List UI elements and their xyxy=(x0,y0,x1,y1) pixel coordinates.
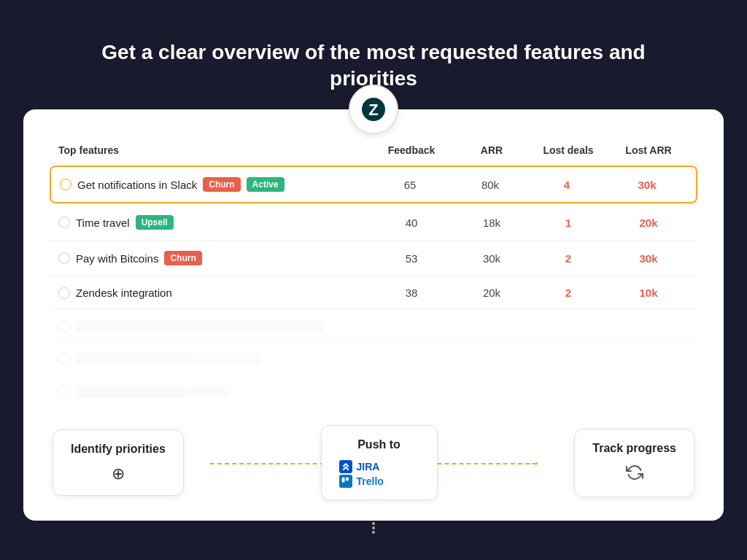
lost-deals-value: 1 xyxy=(528,217,608,229)
col-header-features: Top features xyxy=(58,144,368,156)
logo-dots xyxy=(372,522,375,534)
svg-rect-2 xyxy=(346,478,349,481)
feedback-value: 65 xyxy=(366,179,454,191)
arr-value: 80k xyxy=(454,179,527,191)
feature-cell: Pay with Bitcoins Churn xyxy=(58,251,368,265)
row-checkbox xyxy=(58,386,70,397)
feedback-value: 40 xyxy=(368,217,455,229)
feature-name: Time travel xyxy=(76,217,130,229)
lost-deals-value: 2 xyxy=(528,252,608,265)
skeleton-row xyxy=(50,310,697,343)
col-header-lost-deals: Lost deals xyxy=(528,144,608,156)
main-card: Z Top features Feedback ARR Lost deals L… xyxy=(23,109,724,521)
badge-churn: Churn xyxy=(164,251,201,265)
features-table: Top features Feedback ARR Lost deals Los… xyxy=(50,144,697,408)
row-checkbox[interactable] xyxy=(58,252,70,264)
page-container: Get a clear overview of the most request… xyxy=(23,39,724,521)
row-checkbox xyxy=(58,353,70,365)
table-row[interactable]: Pay with Bitcoins Churn 53 30k 2 30k xyxy=(50,241,697,276)
row-checkbox[interactable] xyxy=(60,179,71,190)
trello-label: Trello xyxy=(357,475,384,487)
actions-row: → Identify priorities ⊕ Push to JIRA xyxy=(50,425,697,500)
arrow-icon: → xyxy=(527,455,541,470)
arr-value: 20k xyxy=(455,287,528,299)
feature-name: Pay with Bitcoins xyxy=(76,252,158,265)
row-checkbox[interactable] xyxy=(58,217,70,228)
skeleton-row xyxy=(50,343,697,376)
arr-value: 30k xyxy=(455,252,528,265)
col-header-lost-arr: Lost ARR xyxy=(608,144,689,156)
trello-icon xyxy=(339,475,352,488)
lost-deals-value: 4 xyxy=(527,179,607,191)
col-header-arr: ARR xyxy=(455,144,528,156)
jira-label: JIRA xyxy=(357,461,380,472)
jira-icon xyxy=(339,460,352,473)
push-title: Push to xyxy=(339,438,419,453)
feature-cell: Time travel Upsell xyxy=(58,215,368,230)
jira-logo-row: JIRA xyxy=(339,460,380,473)
lost-arr-value: 10k xyxy=(608,287,689,299)
refresh-icon xyxy=(592,464,676,485)
feature-cell: Get notifications in Slack Churn Active xyxy=(60,177,366,192)
zendesk-logo: Z xyxy=(349,85,398,134)
table-header: Top features Feedback ARR Lost deals Los… xyxy=(50,144,697,164)
skeleton-bar xyxy=(76,386,231,397)
trello-logo-row: Trello xyxy=(339,475,384,488)
svg-text:Z: Z xyxy=(368,101,378,119)
feedback-value: 38 xyxy=(368,287,455,299)
push-logos: JIRA Trello xyxy=(339,460,419,488)
skeleton-bar xyxy=(76,320,323,332)
lost-arr-value: 20k xyxy=(608,217,689,229)
feature-cell: Zendesk integration xyxy=(58,287,368,299)
skeleton-row xyxy=(50,376,697,408)
track-title: Track progress xyxy=(592,441,676,456)
table-row[interactable]: Get notifications in Slack Churn Active … xyxy=(50,166,697,203)
feedback-value: 53 xyxy=(368,252,455,265)
lost-arr-value: 30k xyxy=(607,179,687,191)
row-checkbox[interactable] xyxy=(58,287,70,299)
badge-upsell: Upsell xyxy=(136,215,174,230)
target-icon: ⊕ xyxy=(71,464,166,483)
lost-deals-value: 2 xyxy=(528,287,608,299)
feature-name: Get notifications in Slack xyxy=(77,179,197,191)
table-row[interactable]: Zendesk integration 38 20k 2 10k xyxy=(50,276,697,310)
badge-churn: Churn xyxy=(203,177,240,192)
feature-name: Zendesk integration xyxy=(76,287,172,299)
identify-priorities-button[interactable]: Identify priorities ⊕ xyxy=(53,429,184,496)
row-checkbox xyxy=(58,320,70,332)
table-row[interactable]: Time travel Upsell 40 18k 1 20k xyxy=(50,205,697,241)
push-to-button[interactable]: Push to JIRA xyxy=(321,425,438,500)
arr-value: 18k xyxy=(455,217,528,229)
badge-active: Active xyxy=(247,177,285,192)
col-header-feedback: Feedback xyxy=(368,144,455,156)
identify-title: Identify priorities xyxy=(71,442,166,457)
svg-rect-1 xyxy=(341,478,344,483)
skeleton-bar xyxy=(76,353,261,365)
lost-arr-value: 30k xyxy=(608,252,689,265)
track-progress-button[interactable]: Track progress xyxy=(574,429,694,497)
